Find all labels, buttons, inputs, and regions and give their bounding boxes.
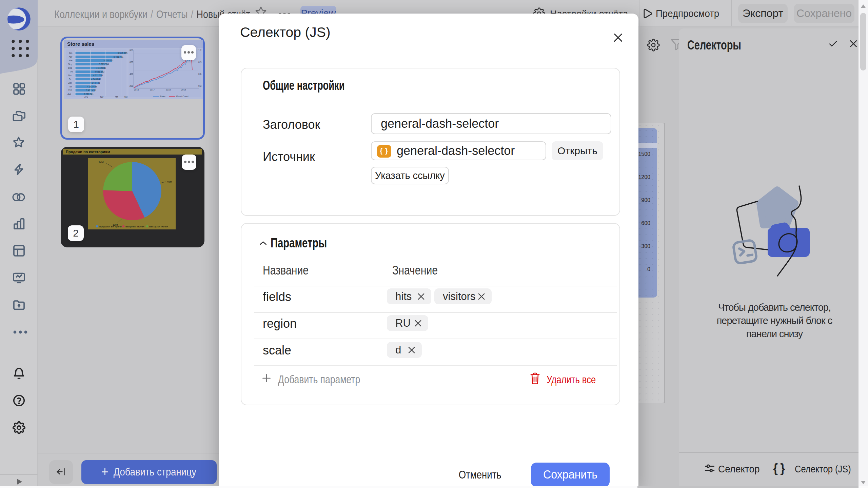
svg-text:Plan / Count: Plan / Count xyxy=(176,95,189,98)
svg-text:5 516 885: 5 516 885 xyxy=(118,52,127,54)
svg-text:4 044 445: 4 044 445 xyxy=(90,82,100,84)
svg-text:Avs: Avs xyxy=(67,93,71,95)
svg-text:Apr: Apr xyxy=(69,56,73,58)
svg-text:6M: 6M xyxy=(124,96,127,98)
svg-text:720: 720 xyxy=(68,89,72,92)
svg-text:Выгрузки тюлен: Выгрузки тюлен xyxy=(149,225,168,228)
svg-text:600: 600 xyxy=(130,61,133,63)
svg-text:2016: 2016 xyxy=(134,88,139,91)
svg-text:5 481 771: 5 481 771 xyxy=(114,56,123,58)
svg-text:2 257 541: 2 257 541 xyxy=(84,93,94,95)
svg-text:400: 400 xyxy=(130,73,133,75)
svg-text:2018: 2018 xyxy=(166,88,171,91)
svg-text:Dec: Dec xyxy=(68,67,72,69)
svg-text:0.6: 0.6 xyxy=(198,73,201,75)
svg-text:Jan: Jan xyxy=(69,52,73,54)
svg-text:270: 270 xyxy=(84,96,88,98)
svg-text:49M: 49M xyxy=(167,180,172,183)
svg-text:Fe: Fe xyxy=(69,78,72,80)
svg-text:430: 430 xyxy=(100,96,103,98)
svg-text:0.9: 0.9 xyxy=(198,61,201,63)
svg-text:Sm: Sm xyxy=(68,74,72,77)
svg-text:4 631 343: 4 631 343 xyxy=(95,70,104,73)
svg-text:4 211 355: 4 211 355 xyxy=(93,74,103,77)
svg-text:4 182 498: 4 182 498 xyxy=(87,85,97,88)
svg-text:2019: 2019 xyxy=(181,88,186,91)
svg-text:Itx: Itx xyxy=(70,85,72,88)
svg-text:Sep: Sep xyxy=(68,63,72,66)
svg-text:1.2: 1.2 xyxy=(198,49,201,52)
svg-text:Store sales: Store sales xyxy=(67,41,94,47)
svg-text:Jun: Jun xyxy=(68,82,72,84)
svg-text:4M: 4M xyxy=(115,96,118,98)
svg-text:5 184 455: 5 184 455 xyxy=(103,59,113,62)
svg-text:2017: 2017 xyxy=(150,88,155,91)
svg-text:0.3: 0.3 xyxy=(198,85,201,87)
svg-text:Продажи по категориям: Продажи по категориям xyxy=(66,150,110,154)
svg-text:4 046 841: 4 046 841 xyxy=(91,78,101,80)
svg-text:Продажи_вн_фили: Продажи_вн_фили xyxy=(99,225,122,228)
svg-text:Mar: Mar xyxy=(69,59,73,62)
svg-text:800: 800 xyxy=(130,49,133,52)
svg-text:4 742 830: 4 742 830 xyxy=(96,67,106,69)
svg-text:Try: Try xyxy=(70,70,73,73)
svg-text:Выгрузки тюлен: Выгрузки тюлен xyxy=(125,225,144,228)
svg-text:5 013 354: 5 013 354 xyxy=(99,63,109,65)
svg-text:3 421 435: 3 421 435 xyxy=(86,89,96,92)
svg-text:43M: 43M xyxy=(98,160,104,163)
svg-text:200: 200 xyxy=(130,85,133,87)
svg-text:Sales: Sales xyxy=(160,95,166,98)
